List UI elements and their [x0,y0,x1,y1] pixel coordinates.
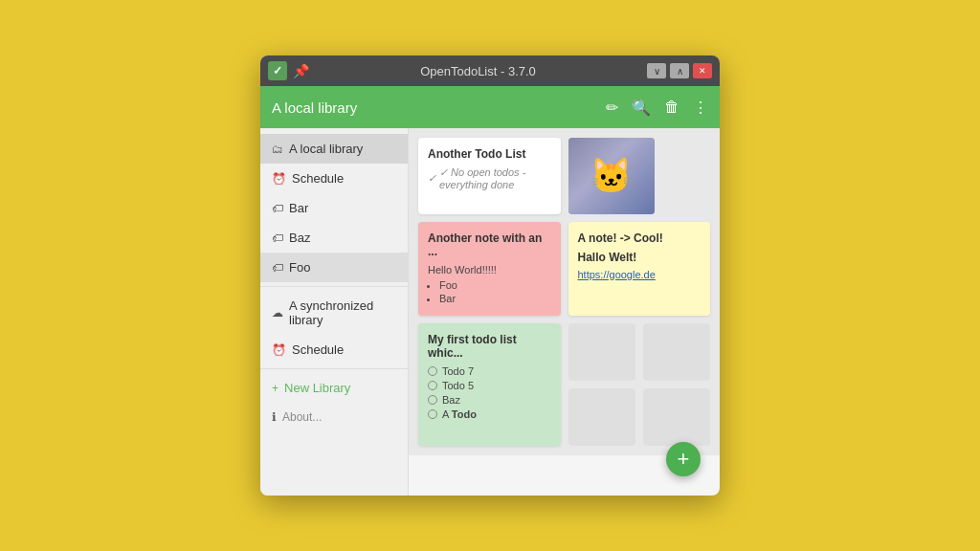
titlebar-left: ✓ 📌 [268,61,309,80]
list-item: Bar [439,293,551,304]
sidebar-label-new-library: New Library [284,381,350,395]
add-button[interactable]: + [666,442,701,476]
card-todo-title: Another Todo List [428,147,551,161]
sidebar-label-schedule: Schedule [292,171,344,186]
library-title: A local library [272,99,357,116]
ghost-cards [568,323,711,446]
close-button[interactable]: ✕ [693,63,712,78]
sidebar-item-new-library[interactable]: + New Library [260,373,408,403]
card-note-pink-body: Hello World!!!!! [428,264,551,276]
card-note-yellow[interactable]: A note! -> Cool! Hallo Welt! https://goo… [568,222,711,316]
sidebar-label-baz: Baz [289,231,310,245]
ghost-card-4 [643,388,710,446]
info-icon: ℹ [272,410,277,424]
card-todo-subtitle: ✓ ✓ No open todos - everything done [428,166,551,190]
todo-circle [428,381,437,390]
toolbar: A local library ✏ 🔍 🗑 ⋮ [260,86,720,128]
card-note-yellow-body: Hallo Welt! [578,251,702,264]
card-note-pink-title: Another note with an ... [428,231,551,258]
card-todo-list2[interactable]: My first todo list whic... Todo 7 Todo 5… [418,323,561,446]
sidebar-label-local-library: A local library [289,142,363,156]
check-icon: ✓ [428,172,436,185]
tag-icon-bar: 🏷 [272,202,283,215]
todo-item-3: Baz [428,394,551,406]
sidebar-label-foo: Foo [289,260,310,275]
more-icon[interactable]: ⋮ [693,99,708,117]
schedule-icon-2: ⏰ [272,343,286,357]
photo-image: 🐱 [568,138,655,214]
cloud-icon: ☁ [272,306,283,320]
card-todo-list[interactable]: Another Todo List ✓ ✓ No open todos - ev… [418,138,561,214]
todo-label-2: Todo 5 [442,380,474,391]
cards-grid: Another Todo List ✓ ✓ No open todos - ev… [409,128,720,455]
sidebar-item-sync-schedule[interactable]: ⏰ Schedule [260,335,408,364]
cat-image: 🐱 [568,138,655,214]
sidebar-label-sync-library: A synchronized library [289,298,396,327]
todo-circle [428,395,437,405]
toolbar-actions: ✏ 🔍 🗑 ⋮ [606,99,708,117]
maximize-button[interactable]: ∧ [670,63,689,78]
todo-label-1: Todo 7 [442,365,474,377]
sidebar-label-about: About... [282,410,322,424]
window-controls: ∨ ∧ ✕ [647,63,712,78]
folder-icon: 🗂 [272,143,283,156]
list-item: Foo [439,279,551,291]
card-todo2-title: My first todo list whic... [428,333,551,360]
card-note-yellow-title: A note! -> Cool! [578,231,702,245]
window-title: OpenTodoList - 3.7.0 [309,64,647,78]
ghost-card-1 [568,323,635,381]
app-icon: ✓ [268,61,287,80]
sidebar-label-sync-schedule: Schedule [292,342,344,357]
ghost-card-2 [643,323,710,381]
todo-item-4: A Todo [428,408,551,420]
sidebar-item-local-library[interactable]: 🗂 A local library [260,134,408,164]
pin-icon[interactable]: 📌 [293,63,309,78]
todo-circle [428,366,437,376]
content-area: Another Todo List ✓ ✓ No open todos - ev… [409,128,720,496]
sidebar: 🗂 A local library ⏰ Schedule 🏷 Bar 🏷 Baz… [260,128,409,496]
todo-label-4: A Todo [442,408,477,420]
sidebar-divider-1 [260,286,408,287]
search-icon[interactable]: 🔍 [632,99,651,117]
delete-icon[interactable]: 🗑 [664,99,679,116]
card-note-yellow-link[interactable]: https://google.de [578,269,656,280]
sidebar-item-schedule[interactable]: ⏰ Schedule [260,164,408,193]
todo-item-2: Todo 5 [428,380,551,391]
add-icon: + [272,382,278,395]
titlebar: ✓ 📌 OpenTodoList - 3.7.0 ∨ ∧ ✕ [260,55,720,86]
schedule-icon: ⏰ [272,172,286,186]
card-note-pink[interactable]: Another note with an ... Hello World!!!!… [418,222,561,316]
ghost-card-3 [568,388,635,446]
chevron-down-button[interactable]: ∨ [647,63,666,78]
sidebar-item-baz[interactable]: 🏷 Baz [260,223,408,253]
card-photo[interactable]: 🐱 [568,138,655,214]
tag-icon-baz: 🏷 [272,231,283,245]
tag-icon-foo: 🏷 [272,261,283,275]
sidebar-divider-2 [260,368,408,369]
edit-icon[interactable]: ✏ [606,99,618,117]
sidebar-label-bar: Bar [289,201,308,215]
sidebar-item-bar[interactable]: 🏷 Bar [260,193,408,223]
sidebar-item-foo[interactable]: 🏷 Foo [260,253,408,282]
todo-label-3: Baz [442,394,460,406]
todo-item-1: Todo 7 [428,365,551,377]
main-area: 🗂 A local library ⏰ Schedule 🏷 Bar 🏷 Baz… [260,128,720,496]
card-note-pink-list: Foo Bar [439,279,551,304]
todo-circle [428,409,437,419]
sidebar-item-sync-library[interactable]: ☁ A synchronized library [260,291,408,335]
sidebar-item-about[interactable]: ℹ About... [260,403,408,431]
